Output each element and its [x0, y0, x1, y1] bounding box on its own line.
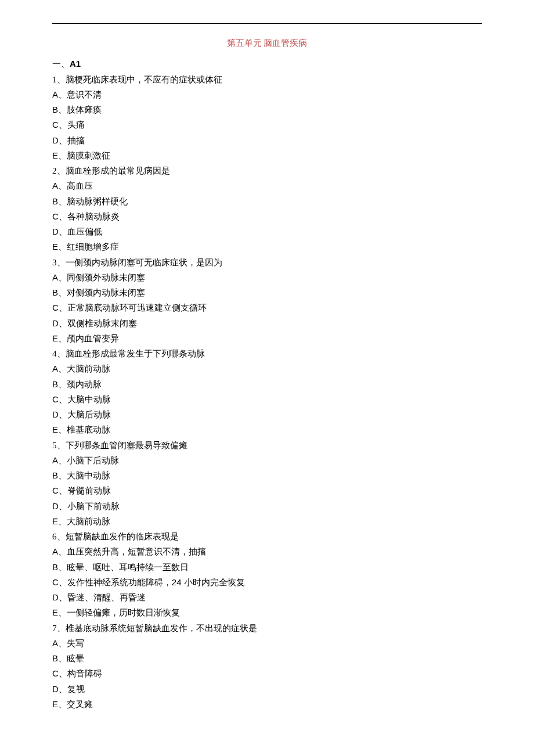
- top-rule: [52, 23, 482, 24]
- option: D、小脑下前动脉: [52, 499, 482, 514]
- section-label: A1: [70, 59, 81, 69]
- option: B、大脑中动脉: [52, 468, 482, 483]
- option: D、复视: [52, 682, 482, 697]
- option: C、各种脑动脉炎: [52, 209, 482, 224]
- option: A、小脑下后动脉: [52, 453, 482, 468]
- option: E、颅内血管变异: [52, 331, 482, 346]
- option: D、血压偏低: [52, 224, 482, 239]
- section-header: 一、A1: [52, 56, 482, 71]
- option: B、颈内动脉: [52, 377, 482, 392]
- option: C、大脑中动脉: [52, 392, 482, 407]
- option: E、一侧轻偏瘫，历时数日渐恢复: [52, 605, 482, 620]
- option: B、脑动脉粥样硬化: [52, 194, 482, 209]
- option: B、肢体瘫痪: [52, 102, 482, 117]
- question: 1、脑梗死临床表现中，不应有的症状或体征: [52, 72, 482, 87]
- option: D、大脑后动脉: [52, 407, 482, 422]
- option: B、对侧颈内动脉未闭塞: [52, 285, 482, 300]
- question: 4、脑血栓形成最常发生于下列哪条动脉: [52, 346, 482, 361]
- question: 6、短暂脑缺血发作的临床表现是: [52, 529, 482, 544]
- question: 3、一侧颈内动脉闭塞可无临床症状，是因为: [52, 255, 482, 270]
- option: A、失写: [52, 636, 482, 651]
- option: C、发作性神经系统功能障碍，24 小时内完全恢复: [52, 575, 482, 590]
- option: D、抽搐: [52, 133, 482, 148]
- question: 2、脑血栓形成的最常见病因是: [52, 163, 482, 178]
- option: D、双侧椎动脉末闭塞: [52, 316, 482, 331]
- option: E、交叉瘫: [52, 697, 482, 712]
- option: C、头痛: [52, 117, 482, 132]
- option: B、眩晕: [52, 651, 482, 666]
- option: C、脊髓前动脉: [52, 483, 482, 498]
- question: 7、椎基底动脉系统短暂脑缺血发作，不出现的症状是: [52, 621, 482, 636]
- option: A、同侧颈外动脉未闭塞: [52, 270, 482, 285]
- option: C、构音障碍: [52, 666, 482, 681]
- option: E、椎基底动脉: [52, 422, 482, 437]
- option: A、意识不清: [52, 87, 482, 102]
- option: A、血压突然升高，短暂意识不清，抽搐: [52, 544, 482, 559]
- section-prefix: 一、: [52, 59, 70, 69]
- option: A、高血压: [52, 178, 482, 193]
- option: E、大脑前动脉: [52, 514, 482, 529]
- option: C、正常脑底动脉环可迅速建立侧支循环: [52, 300, 482, 315]
- option: D、昏迷、清醒、再昏迷: [52, 590, 482, 605]
- option: B、眩晕、呕吐、耳鸣持续一至数日: [52, 560, 482, 575]
- option: E、红细胞增多症: [52, 239, 482, 254]
- option: E、脑膜刺激征: [52, 148, 482, 163]
- option: A、大脑前动脉: [52, 361, 482, 376]
- page-title: 第五单元 脑血管疾病: [52, 35, 482, 51]
- question: 5、下列哪条血管闭塞最易导致偏瘫: [52, 438, 482, 453]
- questions-container: 1、脑梗死临床表现中，不应有的症状或体征A、意识不清B、肢体瘫痪C、头痛D、抽搐…: [52, 72, 482, 712]
